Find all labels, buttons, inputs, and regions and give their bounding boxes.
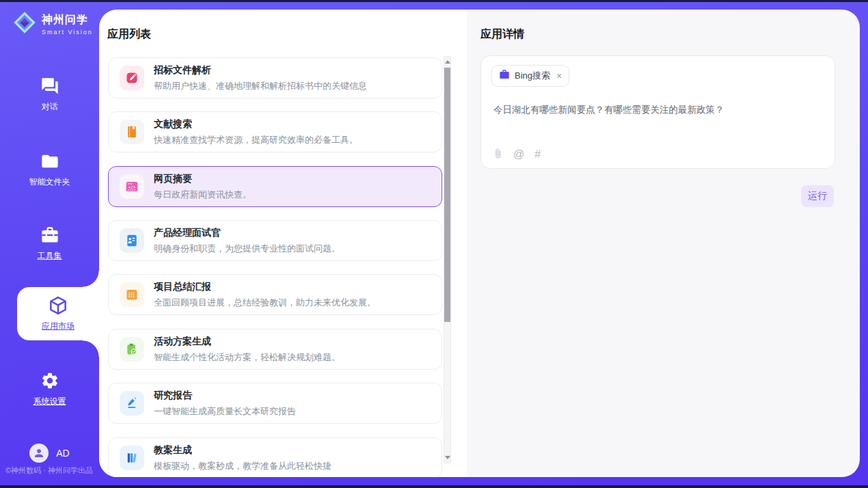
app-card-research-report[interactable]: 研究报告 一键智能生成高质量长文本研究报告 xyxy=(108,383,442,424)
app-card-pm-interviewer[interactable]: 产品经理面试官 明确身份和职责，为您提供专业性的面试问题。 xyxy=(108,220,442,261)
prompt-card: Bing搜索 × 今日湖北有哪些新闻要点？有哪些需要关注的最新政策？ @ # xyxy=(480,55,835,169)
app-card-title: 研究报告 xyxy=(154,390,296,402)
app-card-title: 网页摘要 xyxy=(154,173,252,185)
app-card-web-summary-selected[interactable]: </> 网页摘要 每日政府新闻资讯快查。 xyxy=(108,166,442,207)
app-card-desc: 模板驱动，教案秒成，教学准备从此轻松快捷 xyxy=(154,460,331,472)
input-toolbar: @ # xyxy=(493,148,541,161)
diamond-logo-icon xyxy=(12,10,37,38)
app-card-title: 教案生成 xyxy=(154,444,331,457)
doc-person-icon xyxy=(120,228,144,253)
app-card-desc: 每日政府新闻资讯快查。 xyxy=(154,189,252,201)
browser-code-icon: </> xyxy=(120,174,144,199)
list-scrollbar[interactable] xyxy=(444,56,451,463)
selected-item-notch-bottom xyxy=(83,340,99,357)
clipboard-check-icon xyxy=(120,337,144,362)
close-icon[interactable]: × xyxy=(556,71,562,81)
app-card-literature-search[interactable]: 文献搜索 快速精准查找学术资源，提高研究效率的必备工具。 xyxy=(108,111,442,152)
brand-tagline: Smart Vision xyxy=(42,29,93,36)
scroll-up-arrow-icon[interactable] xyxy=(444,57,450,66)
app-card-desc: 一键智能生成高质量长文本研究报告 xyxy=(154,405,296,418)
sidebar: 神州问学 Smart Vision 对话 智能文件夹 工具集 xyxy=(0,2,99,485)
app-detail-title: 应用详情 xyxy=(480,27,524,42)
app-card-desc: 帮助用户快速、准确地理解和解析招标书中的关键信息 xyxy=(154,80,367,92)
app-list-panel: 应用列表 招标文件解析 帮助用户快速、准确地理解和解析招标书中的关键信息 文献搜… xyxy=(99,10,467,477)
app-card-bid-doc-parse[interactable]: 招标文件解析 帮助用户快速、准确地理解和解析招标书中的关键信息 xyxy=(108,57,442,98)
app-card-title: 项目总结汇报 xyxy=(154,281,376,293)
app-detail-panel: 应用详情 Bing搜索 × 今日湖北有哪些新闻要点？有哪些需要关注的最新政策？ … xyxy=(467,10,860,477)
app-card-lesson-plan[interactable]: 教案生成 模板驱动，教案秒成，教学准备从此轻松快捷 xyxy=(108,437,442,477)
scrollbar-thumb[interactable] xyxy=(444,68,450,322)
scroll-down-arrow-icon[interactable] xyxy=(444,453,450,462)
pen-square-icon xyxy=(120,66,144,90)
selected-item-notch-top xyxy=(83,271,99,287)
app-window: 神州问学 Smart Vision 对话 智能文件夹 工具集 xyxy=(0,0,868,488)
sidebar-item-toolset[interactable]: 工具集 xyxy=(0,226,99,262)
main-content: 应用列表 招标文件解析 帮助用户快速、准确地理解和解析招标书中的关键信息 文献搜… xyxy=(99,10,860,477)
folder-icon xyxy=(40,152,59,174)
mention-icon[interactable]: @ xyxy=(513,149,524,160)
sidebar-item-label: 智能文件夹 xyxy=(29,176,70,188)
sidebar-item-settings[interactable]: 系统设置 xyxy=(0,371,99,407)
toolbox-icon xyxy=(40,226,59,247)
attachment-icon[interactable] xyxy=(493,148,503,161)
calendar-note-icon xyxy=(120,282,144,307)
prompt-input[interactable]: 今日湖北有哪些新闻要点？有哪些需要关注的最新政策？ xyxy=(493,104,824,116)
cube-icon xyxy=(48,295,68,318)
tool-chip-label: Bing搜索 xyxy=(515,70,550,82)
ink-pen-icon xyxy=(120,391,144,416)
briefcase-icon xyxy=(499,69,510,83)
sidebar-item-chat[interactable]: 对话 xyxy=(0,77,99,113)
sidebar-item-label: 系统设置 xyxy=(33,396,66,407)
app-card-desc: 快速精准查找学术资源，提高研究效率的必备工具。 xyxy=(154,134,358,146)
sidebar-item-label: 对话 xyxy=(42,101,58,113)
app-card-desc: 智能生成个性化活动方案，轻松解决规划难题。 xyxy=(154,351,340,364)
app-card-event-plan[interactable]: 活动方案生成 智能生成个性化活动方案，轻松解决规划难题。 xyxy=(108,329,442,370)
brand-name: 神州问学 xyxy=(42,13,93,27)
app-card-title: 文献搜索 xyxy=(154,118,358,131)
brand-logo: 神州问学 Smart Vision xyxy=(12,10,93,38)
app-card-desc: 全面回顾项目进展，总结经验教训，助力未来优化发展。 xyxy=(154,297,376,309)
books-icon xyxy=(120,446,144,470)
chat-icon xyxy=(40,77,59,98)
tool-chip-bing-search[interactable]: Bing搜索 × xyxy=(491,65,569,87)
run-button[interactable]: 运行 xyxy=(801,185,834,207)
hash-icon[interactable]: # xyxy=(534,149,541,160)
app-list-title: 应用列表 xyxy=(107,27,151,42)
sidebar-item-label: 应用市场 xyxy=(42,321,74,332)
copyright-footer: ©神州数码 · 神州问学出品 xyxy=(5,465,93,476)
svg-text:</>: </> xyxy=(128,185,136,189)
avatar xyxy=(29,444,49,463)
app-card-title: 招标文件解析 xyxy=(154,64,367,77)
user-account[interactable]: AD xyxy=(0,444,99,463)
app-card-title: 活动方案生成 xyxy=(154,336,340,348)
sidebar-item-app-market-selected[interactable]: 应用市场 xyxy=(17,287,99,340)
sidebar-item-label: 工具集 xyxy=(38,250,62,262)
user-initials: AD xyxy=(56,448,69,459)
app-card-desc: 明确身份和职责，为您提供专业性的面试问题。 xyxy=(154,243,340,255)
gear-icon xyxy=(40,371,59,393)
book-icon xyxy=(120,120,144,144)
sidebar-item-smart-folder[interactable]: 智能文件夹 xyxy=(0,152,99,188)
app-card-project-summary[interactable]: 项目总结汇报 全面回顾项目进展，总结经验教训，助力未来优化发展。 xyxy=(108,274,442,315)
app-card-title: 产品经理面试官 xyxy=(154,227,340,239)
